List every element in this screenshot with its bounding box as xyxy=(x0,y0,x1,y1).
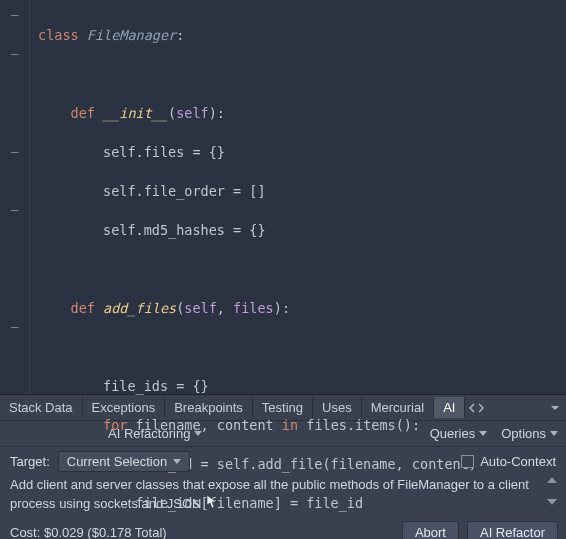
caret-down-icon xyxy=(194,431,202,436)
gutter: — — — — — xyxy=(0,0,30,394)
tab-uses[interactable]: Uses xyxy=(313,397,362,418)
auto-context-checkbox[interactable]: Auto-Context xyxy=(461,454,556,469)
cost-display: Cost: $0.029 ($0.178 Total) xyxy=(10,525,167,539)
prompt-row: Add client and server classes that expos… xyxy=(0,475,566,517)
ai-refactor-button[interactable]: AI Refactor xyxy=(467,521,558,539)
scroll-down-icon[interactable] xyxy=(547,499,557,505)
caret-down-icon xyxy=(173,459,181,464)
ai-refactoring-menu[interactable]: AI Refactoring xyxy=(108,426,202,441)
prompt-text: Add client and server classes that expos… xyxy=(10,477,529,511)
scroll-up-icon[interactable] xyxy=(547,477,557,483)
target-select[interactable]: Current Selection xyxy=(58,451,190,472)
chevron-left-icon[interactable] xyxy=(468,403,476,413)
prompt-input[interactable]: Add client and server classes that expos… xyxy=(10,477,538,515)
tab-scroll[interactable] xyxy=(465,403,488,413)
fold-marker[interactable]: — xyxy=(11,45,18,65)
auto-context-label: Auto-Context xyxy=(480,454,556,469)
queries-label: Queries xyxy=(430,426,476,441)
target-value: Current Selection xyxy=(67,454,167,469)
tab-breakpoints[interactable]: Breakpoints xyxy=(165,397,253,418)
target-label: Target: xyxy=(10,454,50,469)
panel-menu-button[interactable] xyxy=(544,403,566,413)
ai-refactoring-label: AI Refactoring xyxy=(108,426,190,441)
caret-down-icon xyxy=(550,431,558,436)
prompt-scrollbar[interactable] xyxy=(544,477,560,505)
tab-mercurial[interactable]: Mercurial xyxy=(362,397,434,418)
fold-marker[interactable]: — xyxy=(11,143,18,163)
checkbox-icon xyxy=(461,455,474,468)
fold-marker[interactable]: — xyxy=(11,318,18,338)
tab-stack-data[interactable]: Stack Data xyxy=(0,397,83,418)
abort-button[interactable]: Abort xyxy=(402,521,459,539)
fold-marker[interactable]: — xyxy=(11,6,18,26)
code-area[interactable]: class FileManager: def __init__(self): s… xyxy=(30,0,493,394)
tab-testing[interactable]: Testing xyxy=(253,397,313,418)
code-editor[interactable]: — — — — — class FileManager: def __init_… xyxy=(0,0,566,394)
queries-menu[interactable]: Queries xyxy=(430,426,488,441)
options-label: Options xyxy=(501,426,546,441)
tab-ai[interactable]: AI xyxy=(434,397,465,418)
chevron-right-icon[interactable] xyxy=(477,403,485,413)
caret-down-icon xyxy=(479,431,487,436)
cursor-icon xyxy=(205,494,219,515)
tab-exceptions[interactable]: Exceptions xyxy=(83,397,166,418)
options-menu[interactable]: Options xyxy=(501,426,558,441)
caret-down-icon xyxy=(550,403,560,413)
fold-marker[interactable]: — xyxy=(11,201,18,221)
